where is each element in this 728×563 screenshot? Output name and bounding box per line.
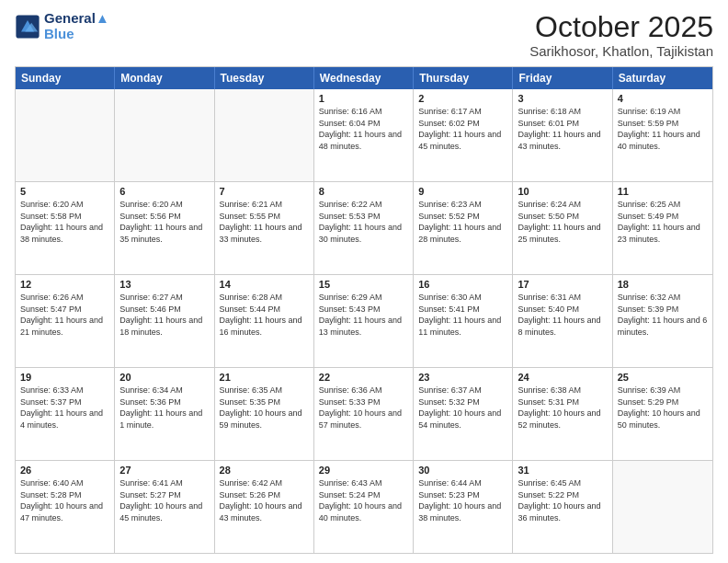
calendar-cell: 21Sunrise: 6:35 AM Sunset: 5:35 PM Dayli…	[215, 368, 314, 460]
day-number: 24	[518, 372, 607, 383]
calendar-cell: 31Sunrise: 6:45 AM Sunset: 5:22 PM Dayli…	[513, 461, 612, 553]
calendar-cell: 13Sunrise: 6:27 AM Sunset: 5:46 PM Dayli…	[115, 275, 214, 367]
day-number: 9	[418, 186, 507, 197]
calendar-cell: 6Sunrise: 6:20 AM Sunset: 5:56 PM Daylig…	[115, 182, 214, 274]
calendar-row: 1Sunrise: 6:16 AM Sunset: 6:04 PM Daylig…	[16, 89, 712, 181]
day-number: 21	[220, 372, 309, 383]
cell-text: Sunrise: 6:29 AM Sunset: 5:43 PM Dayligh…	[319, 292, 408, 338]
day-number: 11	[618, 186, 708, 197]
day-number: 20	[119, 372, 209, 383]
day-number: 13	[119, 279, 209, 290]
calendar-cell: 30Sunrise: 6:44 AM Sunset: 5:23 PM Dayli…	[414, 461, 513, 553]
day-number: 12	[20, 279, 109, 290]
calendar-header-cell: Monday	[115, 67, 214, 89]
logo-text: General▲ Blue	[44, 11, 109, 41]
day-number: 27	[119, 465, 209, 476]
day-number: 15	[319, 279, 408, 290]
calendar-cell: 15Sunrise: 6:29 AM Sunset: 5:43 PM Dayli…	[314, 275, 414, 367]
calendar-header-cell: Thursday	[414, 67, 513, 89]
cell-text: Sunrise: 6:26 AM Sunset: 5:47 PM Dayligh…	[20, 292, 109, 338]
day-number: 5	[20, 186, 109, 197]
day-number: 25	[618, 372, 708, 383]
calendar-cell: 1Sunrise: 6:16 AM Sunset: 6:04 PM Daylig…	[314, 89, 414, 181]
day-number: 30	[418, 465, 507, 476]
calendar-cell: 26Sunrise: 6:40 AM Sunset: 5:28 PM Dayli…	[16, 461, 115, 553]
calendar-body: 1Sunrise: 6:16 AM Sunset: 6:04 PM Daylig…	[16, 89, 712, 553]
calendar-cell: 16Sunrise: 6:30 AM Sunset: 5:41 PM Dayli…	[414, 275, 513, 367]
calendar-header-cell: Sunday	[16, 67, 115, 89]
day-number: 8	[319, 186, 408, 197]
cell-text: Sunrise: 6:42 AM Sunset: 5:26 PM Dayligh…	[220, 477, 309, 523]
cell-text: Sunrise: 6:19 AM Sunset: 5:59 PM Dayligh…	[618, 106, 708, 152]
cell-text: Sunrise: 6:25 AM Sunset: 5:49 PM Dayligh…	[618, 199, 708, 245]
cell-text: Sunrise: 6:16 AM Sunset: 6:04 PM Dayligh…	[319, 106, 408, 152]
cell-text: Sunrise: 6:31 AM Sunset: 5:40 PM Dayligh…	[518, 292, 607, 338]
day-number: 1	[319, 93, 408, 104]
day-number: 10	[518, 186, 607, 197]
day-number: 29	[319, 465, 408, 476]
day-number: 16	[418, 279, 507, 290]
calendar: SundayMondayTuesdayWednesdayThursdayFrid…	[15, 66, 713, 554]
day-number: 18	[618, 279, 708, 290]
calendar-cell: 29Sunrise: 6:43 AM Sunset: 5:24 PM Dayli…	[314, 461, 414, 553]
calendar-cell: 24Sunrise: 6:38 AM Sunset: 5:31 PM Dayli…	[513, 368, 612, 460]
calendar-cell: 23Sunrise: 6:37 AM Sunset: 5:32 PM Dayli…	[414, 368, 513, 460]
day-number: 26	[20, 465, 109, 476]
logo: General▲ Blue	[15, 11, 109, 41]
cell-text: Sunrise: 6:18 AM Sunset: 6:01 PM Dayligh…	[518, 106, 607, 152]
calendar-row: 12Sunrise: 6:26 AM Sunset: 5:47 PM Dayli…	[16, 274, 712, 367]
calendar-cell: 11Sunrise: 6:25 AM Sunset: 5:49 PM Dayli…	[613, 182, 712, 274]
calendar-cell	[215, 89, 314, 181]
cell-text: Sunrise: 6:32 AM Sunset: 5:39 PM Dayligh…	[618, 292, 708, 338]
calendar-cell: 27Sunrise: 6:41 AM Sunset: 5:27 PM Dayli…	[115, 461, 214, 553]
day-number: 23	[418, 372, 507, 383]
day-number: 4	[618, 93, 708, 104]
cell-text: Sunrise: 6:43 AM Sunset: 5:24 PM Dayligh…	[319, 477, 408, 523]
calendar-cell: 10Sunrise: 6:24 AM Sunset: 5:50 PM Dayli…	[513, 182, 612, 274]
calendar-cell: 12Sunrise: 6:26 AM Sunset: 5:47 PM Dayli…	[16, 275, 115, 367]
calendar-cell	[115, 89, 214, 181]
cell-text: Sunrise: 6:17 AM Sunset: 6:02 PM Dayligh…	[418, 106, 507, 152]
calendar-header-cell: Tuesday	[215, 67, 314, 89]
calendar-cell: 4Sunrise: 6:19 AM Sunset: 5:59 PM Daylig…	[613, 89, 712, 181]
calendar-header-cell: Friday	[513, 67, 612, 89]
calendar-cell: 22Sunrise: 6:36 AM Sunset: 5:33 PM Dayli…	[314, 368, 414, 460]
header: General▲ Blue October 2025 Sarikhosor, K…	[15, 11, 713, 59]
day-number: 22	[319, 372, 408, 383]
day-number: 31	[518, 465, 607, 476]
calendar-cell: 28Sunrise: 6:42 AM Sunset: 5:26 PM Dayli…	[215, 461, 314, 553]
calendar-cell: 2Sunrise: 6:17 AM Sunset: 6:02 PM Daylig…	[414, 89, 513, 181]
cell-text: Sunrise: 6:37 AM Sunset: 5:32 PM Dayligh…	[418, 385, 507, 431]
calendar-row: 19Sunrise: 6:33 AM Sunset: 5:37 PM Dayli…	[16, 367, 712, 460]
cell-text: Sunrise: 6:30 AM Sunset: 5:41 PM Dayligh…	[418, 292, 507, 338]
day-number: 14	[220, 279, 309, 290]
calendar-cell: 14Sunrise: 6:28 AM Sunset: 5:44 PM Dayli…	[215, 275, 314, 367]
subtitle: Sarikhosor, Khatlon, Tajikistan	[529, 43, 713, 59]
calendar-cell: 18Sunrise: 6:32 AM Sunset: 5:39 PM Dayli…	[613, 275, 712, 367]
cell-text: Sunrise: 6:22 AM Sunset: 5:53 PM Dayligh…	[319, 199, 408, 245]
cell-text: Sunrise: 6:41 AM Sunset: 5:27 PM Dayligh…	[119, 477, 209, 523]
calendar-cell: 3Sunrise: 6:18 AM Sunset: 6:01 PM Daylig…	[513, 89, 612, 181]
day-number: 17	[518, 279, 607, 290]
cell-text: Sunrise: 6:35 AM Sunset: 5:35 PM Dayligh…	[220, 385, 309, 431]
page: General▲ Blue October 2025 Sarikhosor, K…	[0, 0, 728, 563]
cell-text: Sunrise: 6:39 AM Sunset: 5:29 PM Dayligh…	[618, 385, 708, 431]
calendar-cell: 19Sunrise: 6:33 AM Sunset: 5:37 PM Dayli…	[16, 368, 115, 460]
cell-text: Sunrise: 6:40 AM Sunset: 5:28 PM Dayligh…	[20, 477, 109, 523]
calendar-cell: 25Sunrise: 6:39 AM Sunset: 5:29 PM Dayli…	[613, 368, 712, 460]
cell-text: Sunrise: 6:20 AM Sunset: 5:58 PM Dayligh…	[20, 199, 109, 245]
cell-text: Sunrise: 6:34 AM Sunset: 5:36 PM Dayligh…	[119, 385, 209, 431]
day-number: 19	[20, 372, 109, 383]
day-number: 28	[220, 465, 309, 476]
calendar-cell: 17Sunrise: 6:31 AM Sunset: 5:40 PM Dayli…	[513, 275, 612, 367]
calendar-header-cell: Wednesday	[314, 67, 414, 89]
calendar-cell: 8Sunrise: 6:22 AM Sunset: 5:53 PM Daylig…	[314, 182, 414, 274]
calendar-cell	[613, 461, 712, 553]
calendar-header-cell: Saturday	[613, 67, 712, 89]
cell-text: Sunrise: 6:27 AM Sunset: 5:46 PM Dayligh…	[119, 292, 209, 338]
calendar-header: SundayMondayTuesdayWednesdayThursdayFrid…	[16, 67, 712, 89]
calendar-cell: 20Sunrise: 6:34 AM Sunset: 5:36 PM Dayli…	[115, 368, 214, 460]
calendar-cell: 9Sunrise: 6:23 AM Sunset: 5:52 PM Daylig…	[414, 182, 513, 274]
cell-text: Sunrise: 6:45 AM Sunset: 5:22 PM Dayligh…	[518, 477, 607, 523]
day-number: 7	[220, 186, 309, 197]
